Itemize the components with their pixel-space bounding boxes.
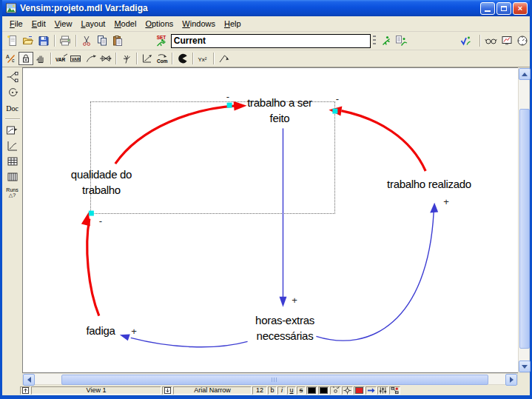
hide-wires-button[interactable] bbox=[389, 386, 400, 395]
variable-tool[interactable]: VAR bbox=[54, 52, 69, 65]
sketch-canvas[interactable]: trabalho a ser feito trabalho realizado … bbox=[22, 67, 518, 373]
equations-tool[interactable]: Yx² bbox=[196, 52, 211, 65]
close-button[interactable]: × bbox=[513, 2, 528, 15]
vertical-scrollbar[interactable] bbox=[518, 67, 530, 373]
variable-trabalho-a-ser-feito[interactable]: trabalho a ser feito bbox=[247, 95, 312, 126]
minimize-button[interactable] bbox=[480, 2, 495, 15]
toolbar-separator bbox=[75, 35, 77, 47]
variable-qualidade-do-trabalho[interactable]: qualidade do trabalho bbox=[71, 167, 132, 198]
copy-button[interactable] bbox=[95, 33, 110, 48]
comment-tool[interactable]: Com bbox=[155, 52, 169, 65]
selection-handle[interactable] bbox=[89, 211, 94, 216]
sketch-toolbar: A c VAR VAR bbox=[2, 50, 530, 67]
scroll-up-button[interactable] bbox=[519, 68, 531, 80]
view-up-button[interactable] bbox=[20, 386, 30, 395]
causes-tree-button[interactable] bbox=[4, 70, 21, 84]
graph-button[interactable] bbox=[4, 139, 21, 152]
reference-mode-tool[interactable] bbox=[217, 52, 232, 65]
text-color-button[interactable] bbox=[318, 386, 329, 395]
bold-button[interactable]: b bbox=[268, 386, 277, 395]
runname-input[interactable] bbox=[171, 34, 371, 48]
io-object-tool[interactable] bbox=[140, 52, 155, 65]
arrow-color-button[interactable] bbox=[354, 386, 365, 395]
menu-options[interactable]: Options bbox=[141, 18, 178, 30]
position-button[interactable] bbox=[342, 386, 353, 395]
font-size-panel[interactable]: 12 bbox=[252, 386, 267, 395]
lock-tool[interactable] bbox=[18, 52, 33, 65]
link-horas-to-realizado[interactable] bbox=[316, 212, 434, 341]
scroll-down-button[interactable] bbox=[519, 361, 531, 372]
scrollbar-corner bbox=[518, 373, 530, 385]
loops-button[interactable] bbox=[4, 86, 21, 99]
view-down-button[interactable] bbox=[162, 386, 172, 395]
selection-handle[interactable] bbox=[332, 109, 337, 114]
causes-strip-button[interactable] bbox=[4, 124, 21, 137]
vertical-scroll-thumb[interactable] bbox=[519, 109, 530, 349]
rate-tool[interactable] bbox=[98, 52, 113, 65]
check-model-button[interactable] bbox=[458, 33, 474, 48]
strike-button[interactable]: s bbox=[297, 386, 306, 395]
pointer-tool[interactable]: A c bbox=[4, 52, 18, 65]
view-name-panel[interactable]: View 1 bbox=[31, 386, 161, 395]
link-qualidade-to-trabalho[interactable] bbox=[115, 106, 238, 164]
runs-compare-button[interactable]: Runs △? bbox=[4, 186, 21, 199]
font-name-panel[interactable]: Arial Narrow bbox=[173, 386, 252, 395]
workspace: Doc bbox=[2, 67, 530, 373]
table-button[interactable] bbox=[4, 155, 21, 168]
simulate-button[interactable] bbox=[378, 33, 394, 48]
menu-view[interactable]: View bbox=[50, 18, 77, 30]
new-button[interactable] bbox=[5, 33, 21, 48]
set-simulation-button[interactable]: SET bbox=[154, 33, 169, 48]
minimize-icon bbox=[485, 8, 491, 12]
document-button[interactable]: Doc bbox=[4, 101, 21, 115]
shape-color-button[interactable] bbox=[306, 386, 317, 395]
drag-handle[interactable] bbox=[373, 36, 376, 46]
menu-help[interactable]: Help bbox=[220, 18, 246, 30]
polarity-sign: + bbox=[443, 196, 449, 207]
variable-horas-extras-necessarias[interactable]: horas-extras necessárias bbox=[255, 312, 314, 343]
menu-layout[interactable]: Layout bbox=[76, 18, 110, 30]
variable-fadiga[interactable]: fadiga bbox=[86, 323, 115, 338]
arrow-right-icon bbox=[510, 377, 514, 383]
shadow-variable-tool[interactable] bbox=[119, 52, 134, 65]
arrow-tool[interactable] bbox=[84, 52, 98, 65]
shape-style-button[interactable] bbox=[330, 386, 341, 395]
link-realizado-to-trabalho[interactable] bbox=[341, 111, 425, 171]
menu-windows[interactable]: Windows bbox=[178, 18, 220, 30]
thumb-grip bbox=[272, 378, 278, 382]
scroll-right-button[interactable] bbox=[505, 374, 517, 386]
open-button[interactable] bbox=[21, 33, 36, 48]
horizontal-scrollbar[interactable] bbox=[22, 373, 518, 385]
rotate-shape-icon bbox=[331, 386, 340, 395]
table-time-button[interactable] bbox=[4, 170, 21, 184]
delete-tool[interactable] bbox=[175, 52, 190, 65]
arrowhead bbox=[120, 334, 130, 341]
link-fadiga-to-qualidade[interactable] bbox=[87, 219, 99, 316]
print-button[interactable] bbox=[58, 33, 73, 48]
horizontal-scroll-thumb[interactable] bbox=[61, 375, 488, 385]
save-button[interactable] bbox=[36, 33, 52, 48]
svg-text:Com: Com bbox=[157, 58, 168, 64]
simulate-setup-button[interactable] bbox=[394, 33, 409, 48]
variable-trabalho-realizado[interactable]: trabalho realizado bbox=[387, 176, 471, 192]
menu-model[interactable]: Model bbox=[110, 18, 141, 30]
underline-button[interactable]: u bbox=[287, 386, 296, 395]
restore-button[interactable] bbox=[496, 2, 511, 15]
cut-button[interactable] bbox=[79, 33, 95, 48]
scroll-left-button[interactable] bbox=[23, 374, 35, 386]
paste-button[interactable] bbox=[110, 33, 126, 48]
control-panel-button[interactable] bbox=[514, 33, 530, 48]
levels-button[interactable] bbox=[377, 386, 388, 395]
move-tool[interactable] bbox=[33, 52, 48, 65]
italic-button[interactable]: i bbox=[277, 386, 286, 395]
restore-icon bbox=[501, 6, 507, 11]
menu-edit[interactable]: Edit bbox=[27, 18, 50, 30]
causes-button[interactable] bbox=[483, 33, 499, 48]
box-variable-tool[interactable]: VAR bbox=[69, 52, 84, 65]
blue-arrow-icon bbox=[367, 386, 375, 395]
menu-file[interactable]: File bbox=[5, 18, 27, 30]
output-button[interactable] bbox=[499, 33, 514, 48]
arrow-width-button[interactable] bbox=[366, 386, 377, 395]
link-horas-to-fadiga[interactable] bbox=[131, 338, 248, 346]
selection-handle[interactable] bbox=[227, 103, 232, 108]
